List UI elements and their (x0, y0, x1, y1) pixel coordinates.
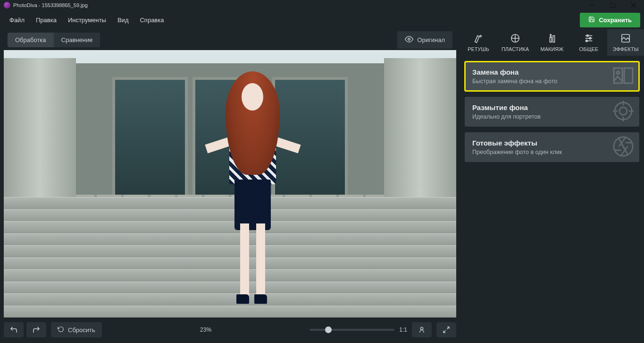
effect-subtitle: Преображение фото в один клик (472, 149, 632, 155)
tool-tab-retouch[interactable]: РЕТУШЬ (460, 29, 497, 56)
effect-title: Замена фона (472, 68, 632, 76)
svg-point-4 (408, 38, 410, 40)
undo-redo-group (4, 322, 46, 337)
photo-content (4, 50, 456, 317)
redo-button[interactable] (26, 322, 46, 337)
reset-label: Сбросить (68, 326, 95, 334)
svg-rect-12 (550, 34, 551, 37)
effect-card-presets[interactable]: Готовые эффекты Преображение фото в один… (465, 132, 639, 162)
svg-rect-11 (550, 37, 552, 42)
fit-person-button[interactable] (412, 322, 432, 337)
svg-point-5 (420, 327, 423, 330)
menu-view[interactable]: Вид (112, 14, 134, 26)
reset-icon (58, 326, 64, 334)
side-panel: РЕТУШЬ ПЛАСТИКА МАКИЯЖ ОБЩЕЕ ЭФФЕКТЫ Зам… (460, 29, 644, 343)
svg-line-7 (443, 330, 446, 333)
menu-help[interactable]: Справка (134, 14, 169, 26)
tab-edit[interactable]: Обработка (8, 33, 54, 47)
fullscreen-button[interactable] (436, 322, 456, 337)
zoom-slider-thumb[interactable] (325, 326, 332, 333)
tool-tab-effects-label: ЭФФЕКТЫ (613, 46, 639, 52)
tool-tab-plastic-label: ПЛАСТИКА (502, 46, 529, 52)
canvas-footer: Сбросить 23% 1:1 (4, 317, 456, 339)
svg-rect-13 (553, 36, 555, 43)
canvas-toolbar: Обработка Сравнение Оригинал (4, 29, 456, 50)
save-button[interactable]: Сохранить (580, 13, 640, 27)
show-original-label: Оригинал (417, 36, 445, 43)
tool-tab-general[interactable]: ОБЩЕЕ (570, 29, 607, 56)
aperture-icon (612, 135, 635, 160)
tool-tab-general-label: ОБЩЕЕ (579, 46, 599, 52)
view-mode-tabs: Обработка Сравнение (8, 33, 100, 47)
svg-line-6 (447, 327, 449, 329)
zoom-value: 23% (200, 326, 211, 333)
tab-compare[interactable]: Сравнение (54, 33, 100, 47)
canvas-column: Обработка Сравнение Оригинал (0, 29, 460, 343)
sliders-icon (584, 33, 594, 44)
effect-title: Размытие фона (472, 103, 632, 111)
effect-title: Готовые эффекты (472, 139, 632, 147)
scale-label[interactable]: 1:1 (399, 326, 407, 333)
save-icon (588, 16, 595, 24)
title-bar: PhotoDiva - 1553398865_59.jpg (0, 0, 644, 10)
effect-card-bg-replace[interactable]: Замена фона Быстрая замена фона на фото (465, 61, 639, 91)
main-area: Обработка Сравнение Оригинал (0, 29, 644, 343)
tool-tab-plastic[interactable]: ПЛАСТИКА (497, 29, 534, 56)
tool-tabs: РЕТУШЬ ПЛАСТИКА МАКИЯЖ ОБЩЕЕ ЭФФЕКТЫ (460, 29, 644, 56)
effect-card-bg-blur[interactable]: Размытие фона Идеально для портретов (465, 97, 639, 127)
effect-subtitle: Идеально для портретов (472, 113, 632, 120)
menu-bar: Файл Правка Инструменты Вид Справка Сохр… (0, 10, 644, 29)
bg-replace-icon (612, 64, 635, 89)
eye-icon (405, 35, 413, 45)
focus-target-icon (612, 100, 635, 124)
effects-icon (620, 33, 631, 44)
svg-point-23 (617, 71, 619, 74)
undo-button[interactable] (4, 322, 24, 337)
window-title: PhotoDiva - 1553398865_59.jpg (13, 2, 582, 8)
show-original-button[interactable]: Оригинал (397, 31, 452, 49)
tool-tab-retouch-label: РЕТУШЬ (468, 46, 489, 52)
zoom-slider[interactable] (309, 329, 394, 331)
svg-point-24 (619, 107, 627, 115)
maximize-button[interactable] (602, 0, 623, 10)
minimize-button[interactable] (582, 0, 602, 10)
close-button[interactable] (623, 0, 644, 10)
retouch-icon (473, 33, 484, 44)
tool-tab-makeup[interactable]: МАКИЯЖ (534, 29, 570, 56)
svg-rect-1 (611, 3, 615, 8)
canvas[interactable] (4, 50, 456, 317)
reset-button[interactable]: Сбросить (51, 322, 102, 337)
menu-edit[interactable]: Правка (30, 14, 62, 26)
plastic-icon (510, 33, 520, 44)
tool-tab-effects[interactable]: ЭФФЕКТЫ (607, 29, 644, 56)
menu-tools[interactable]: Инструменты (62, 14, 112, 26)
window-controls (582, 0, 644, 10)
app-logo-icon (4, 2, 10, 9)
makeup-icon (547, 33, 557, 44)
save-button-label: Сохранить (599, 17, 632, 24)
effect-subtitle: Быстрая замена фона на фото (472, 78, 632, 85)
menu-file[interactable]: Файл (4, 14, 30, 26)
svg-rect-22 (624, 68, 633, 83)
tool-tab-makeup-label: МАКИЯЖ (541, 46, 564, 52)
